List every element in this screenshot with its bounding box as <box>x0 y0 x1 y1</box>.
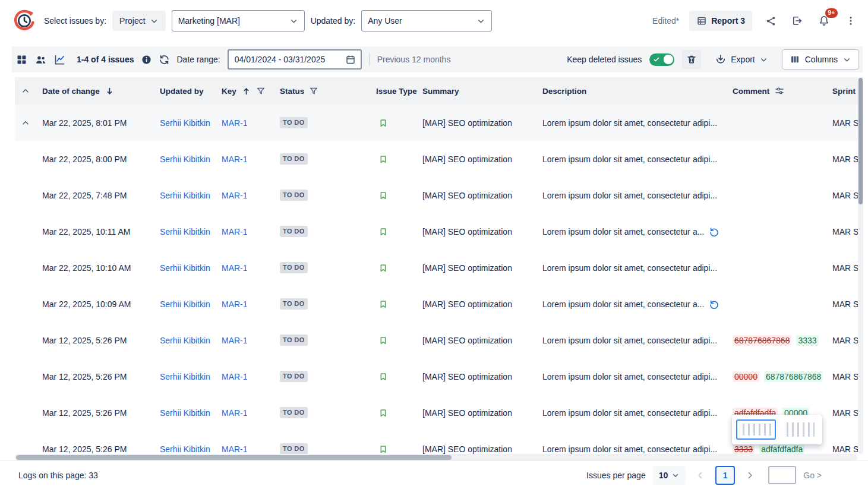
column-header-summary[interactable]: Summary <box>416 87 536 96</box>
column-header-sprint[interactable]: Sprint <box>826 87 862 96</box>
export-button[interactable]: Export <box>709 49 774 70</box>
popup-option-selected[interactable] <box>736 419 776 440</box>
description-cell: Lorem ipsum dolor sit amet, consectetur … <box>536 336 727 345</box>
keep-deleted-toggle[interactable] <box>649 53 674 66</box>
sprint-cell: MAR S <box>826 336 862 345</box>
updated-by-link[interactable]: Serhii Kibitkin <box>160 118 210 128</box>
chart-view-icon[interactable] <box>53 53 66 66</box>
updated-by-link[interactable]: Serhii Kibitkin <box>160 191 210 200</box>
issue-key-link[interactable]: MAR-1 <box>222 118 248 128</box>
share-icon[interactable] <box>762 12 779 29</box>
table-row[interactable]: Mar 22, 2025, 8:01 PMSerhii KibitkinMAR-… <box>15 105 863 141</box>
sort-asc-icon[interactable] <box>241 86 251 96</box>
updated-by-link[interactable]: Serhii Kibitkin <box>160 444 210 454</box>
issue-key-link[interactable]: MAR-1 <box>222 154 248 164</box>
history-icon[interactable] <box>709 226 719 237</box>
updated-by-link[interactable]: Serhii Kibitkin <box>160 336 210 345</box>
column-header-comment[interactable]: Comment <box>727 86 826 96</box>
horizontal-scrollbar[interactable] <box>15 454 857 460</box>
per-page-select[interactable]: 10 <box>653 466 686 485</box>
collapse-row-icon[interactable] <box>21 118 30 128</box>
chevron-down-icon <box>150 17 159 26</box>
issue-type-cell <box>370 299 416 310</box>
issue-key-link[interactable]: MAR-1 <box>222 227 248 236</box>
popup-option[interactable] <box>781 419 819 440</box>
history-icon[interactable] <box>709 299 719 310</box>
updated-by-link[interactable]: Serhii Kibitkin <box>160 299 210 309</box>
notifications-icon[interactable]: 9+ <box>816 12 832 29</box>
filter-icon[interactable] <box>256 86 266 96</box>
column-header-issue-type[interactable]: Issue Type <box>370 87 416 96</box>
updated-by-link[interactable]: Serhii Kibitkin <box>160 408 210 418</box>
export-app-icon[interactable] <box>789 12 806 29</box>
updated-by-link[interactable]: Serhii Kibitkin <box>160 263 210 273</box>
top-bar: Select issues by: Project Marketing [MAR… <box>0 0 868 42</box>
description-cell: Lorem ipsum dolor sit amet, consectetur … <box>536 154 727 164</box>
issue-key-link[interactable]: MAR-1 <box>222 299 248 309</box>
issue-type-cell <box>370 226 416 237</box>
collapse-all-icon[interactable] <box>15 86 36 96</box>
issue-history-app: Select issues by: Project Marketing [MAR… <box>0 0 868 489</box>
table-row[interactable]: Mar 22, 2025, 10:11 AMSerhii KibitkinMAR… <box>15 213 863 250</box>
grid-view-icon[interactable] <box>15 53 28 66</box>
table-row[interactable]: Mar 22, 2025, 10:10 AMSerhii KibitkinMAR… <box>15 250 863 286</box>
date-of-change-cell: Mar 22, 2025, 10:11 AM <box>36 227 154 236</box>
info-icon[interactable] <box>141 55 151 65</box>
columns-button[interactable]: Columns <box>782 49 859 70</box>
table-row[interactable]: Mar 22, 2025, 8:00 PMSerhii KibitkinMAR-… <box>15 141 863 177</box>
story-issue-type-icon <box>378 190 388 201</box>
comment-settings-icon[interactable] <box>774 86 785 96</box>
columns-icon <box>790 54 800 65</box>
table-row[interactable]: Mar 22, 2025, 7:48 PMSerhii KibitkinMAR-… <box>15 177 863 213</box>
per-page-value: 10 <box>659 471 668 480</box>
column-header-updated-by[interactable]: Updated by <box>154 87 216 96</box>
column-header-key[interactable]: Key <box>216 86 274 96</box>
column-header-description[interactable]: Description <box>536 87 727 96</box>
issue-key-link[interactable]: MAR-1 <box>222 263 248 273</box>
sprint-cell: MAR S <box>826 263 862 273</box>
table-row[interactable]: Mar 12, 2025, 5:26 PMSerhii KibitkinMAR-… <box>15 358 863 395</box>
updated-by-link[interactable]: Serhii Kibitkin <box>160 227 210 236</box>
column-header-status[interactable]: Status <box>274 86 370 96</box>
issue-key-link[interactable]: MAR-1 <box>222 191 248 200</box>
vertical-scrollbar-thumb[interactable] <box>858 78 863 204</box>
issue-key-link[interactable]: MAR-1 <box>222 336 248 345</box>
users-view-icon[interactable] <box>34 53 47 66</box>
issue-key-link[interactable]: MAR-1 <box>222 444 248 454</box>
go-button[interactable]: Go > <box>803 471 822 480</box>
date-of-change-cell: Mar 12, 2025, 5:26 PM <box>36 444 154 454</box>
updated-by-link[interactable]: Serhii Kibitkin <box>160 154 210 164</box>
table-body: Mar 22, 2025, 8:01 PMSerhii KibitkinMAR-… <box>15 105 863 454</box>
current-page[interactable]: 1 <box>715 466 735 485</box>
table-row[interactable]: Mar 12, 2025, 5:26 PMSerhii KibitkinMAR-… <box>15 322 863 358</box>
issue-source-dropdown[interactable]: Project <box>112 11 166 31</box>
issue-key-link[interactable]: MAR-1 <box>222 408 248 418</box>
issue-key-link[interactable]: MAR-1 <box>222 372 248 381</box>
table-row[interactable]: Mar 22, 2025, 10:09 AMSerhii KibitkinMAR… <box>15 286 863 322</box>
description-cell: Lorem ipsum dolor sit amet, consectetur … <box>536 263 727 273</box>
user-select[interactable]: Any User <box>361 10 492 31</box>
refresh-icon[interactable] <box>159 54 170 65</box>
column-header-date[interactable]: Date of change <box>36 86 154 96</box>
filter-icon[interactable] <box>309 86 318 96</box>
view-switcher <box>15 53 66 66</box>
sprint-cell: MAR S <box>826 444 862 454</box>
row-expander[interactable] <box>15 118 36 128</box>
next-page-icon[interactable] <box>742 468 757 483</box>
updated-by-link[interactable]: Serhii Kibitkin <box>160 372 210 381</box>
delete-report-button[interactable] <box>682 50 701 69</box>
horizontal-scrollbar-thumb[interactable] <box>16 455 452 460</box>
summary-cell: [MAR] SEO optimization <box>416 263 536 273</box>
prev-page-icon[interactable] <box>693 468 708 483</box>
top-bar-actions: Edited* Report 3 9+ <box>652 11 859 31</box>
vertical-scrollbar[interactable] <box>858 77 863 454</box>
report-button[interactable]: Report 3 <box>689 11 752 31</box>
date-range-input[interactable]: 04/01/2024 - 03/31/2025 <box>228 49 362 70</box>
status-badge: TO DO <box>280 117 308 128</box>
project-select[interactable]: Marketing [MAR] <box>172 10 305 31</box>
more-menu-icon[interactable] <box>842 12 859 29</box>
goto-page-input[interactable] <box>768 466 796 484</box>
story-issue-type-icon <box>378 444 388 455</box>
sort-desc-icon[interactable] <box>105 86 115 96</box>
comment-old-value: 3333 <box>733 444 755 455</box>
